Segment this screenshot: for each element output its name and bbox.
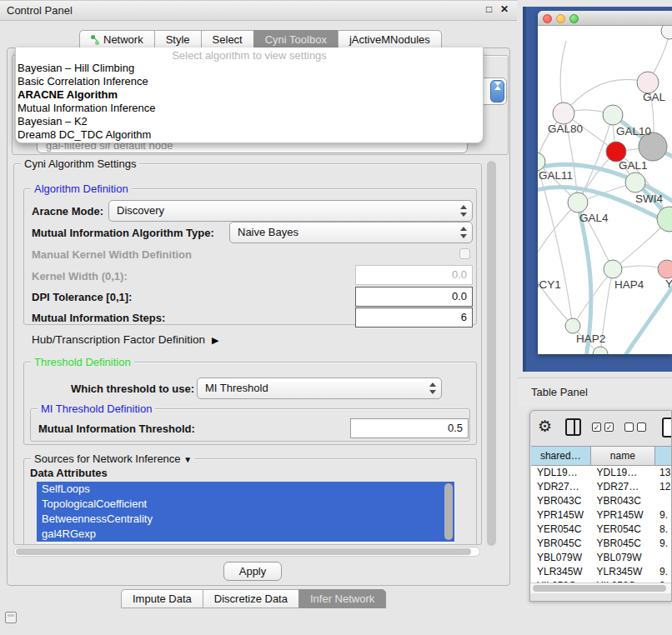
algorithm-option[interactable]: Dream8 DC_TDC Algorithm — [16, 128, 483, 142]
tab-jactivemnodules[interactable]: jActiveMNodules — [338, 30, 442, 49]
dpi-tolerance-label: DPI Tolerance [0,1]: — [32, 291, 132, 303]
unchecked-checkbox-icon[interactable] — [624, 422, 634, 432]
table-row[interactable]: YER054CYER054C8. — [531, 522, 672, 537]
algorithm-option[interactable]: Basic Correlation Inference — [16, 75, 483, 88]
which-threshold-combobox[interactable]: MI Threshold — [197, 378, 442, 399]
column-header[interactable]: name — [591, 446, 656, 466]
table-hscroll-thumb[interactable] — [533, 585, 666, 592]
bottom-tab-impute-data[interactable]: Impute Data — [121, 589, 203, 608]
mi-threshold-field[interactable]: 0.5 — [350, 418, 469, 438]
bottom-tab-infer-network[interactable]: Infer Network — [298, 589, 386, 608]
table-toolbar: ⚙ ✓ ✓ — [530, 411, 671, 446]
network-node[interactable] — [625, 172, 645, 192]
mi-type-combobox[interactable]: Naive Bayes — [229, 222, 473, 243]
checked-checkbox-icon[interactable]: ✓ — [604, 422, 614, 432]
algorithm-option[interactable]: Bayesian – K2 — [16, 115, 483, 128]
sources-group-title[interactable]: Sources for Network Inference ▼ — [31, 452, 195, 465]
network-graph[interactable]: GALGAL80GAL10GAL1GAL11SWI4GAL4GCY1HAP4YH… — [538, 26, 672, 354]
network-window-titlebar[interactable] — [538, 11, 672, 26]
kernel-width-field[interactable]: 0.0 — [355, 265, 473, 285]
hub-section-toggle[interactable]: Hub/Transcription Factor Definition▶ — [32, 333, 219, 346]
algorithm-option[interactable]: Bayesian – Hill Climbing — [16, 62, 483, 75]
table-row[interactable]: YBR045CYBR045C9. — [531, 537, 672, 551]
node-label: GAL4 — [579, 212, 609, 224]
network-node[interactable] — [604, 260, 622, 278]
network-edge[interactable] — [623, 284, 672, 354]
settings-horizontal-scrollbar[interactable] — [13, 547, 480, 557]
node-label: GCY1 — [538, 278, 561, 291]
table-row[interactable]: YLR345WYLR345W9. — [531, 565, 672, 579]
hscroll-thumb[interactable] — [16, 548, 471, 555]
bottom-tab-discretize-data[interactable]: Discretize Data — [203, 589, 298, 608]
network-node[interactable] — [593, 347, 608, 354]
network-canvas[interactable]: GALGAL80GAL10GAL1GAL11SWI4GAL4GCY1HAP4YH… — [538, 26, 672, 354]
table-header-row: shared…name — [531, 446, 672, 466]
network-node[interactable] — [603, 105, 623, 125]
control-panel-titlebar: Control Panel □ ✕ — [0, 0, 517, 21]
table-cell: YDL19… — [591, 466, 656, 480]
table-row[interactable]: YBL079WYBL079W — [531, 551, 672, 565]
table-cell: YBL079W — [531, 551, 591, 565]
sources-title-text: Sources for Network Inference — [34, 452, 181, 465]
minimize-traffic-light[interactable] — [556, 14, 565, 23]
table-panel-title: Table Panel — [531, 386, 588, 398]
mi-steps-label: Mutual Information Steps: — [32, 312, 165, 324]
document-icon[interactable] — [662, 418, 672, 438]
network-edge[interactable] — [538, 202, 578, 268]
dpi-tolerance-field[interactable]: 0.0 — [355, 287, 473, 307]
attribute-item[interactable]: SelfLoops — [37, 482, 454, 497]
network-node[interactable] — [658, 260, 672, 278]
network-edge[interactable] — [578, 202, 591, 354]
column-header[interactable]: shared… — [531, 446, 591, 466]
algorithm-option[interactable]: Mutual Information Inference — [16, 102, 483, 115]
network-edge[interactable] — [538, 268, 573, 326]
network-node[interactable] — [565, 318, 580, 333]
table-row[interactable]: YDL19…YDL19…13 — [531, 466, 672, 480]
gear-icon[interactable]: ⚙ — [538, 417, 552, 436]
unchecked-checkbox-icon[interactable] — [637, 422, 646, 432]
column-header[interactable] — [655, 446, 672, 466]
network-node[interactable] — [661, 26, 672, 39]
network-node[interactable] — [657, 207, 672, 232]
algorithm-combobox-fragment[interactable] — [482, 78, 507, 105]
float-panel-icon[interactable]: □ — [486, 3, 492, 15]
settings-vertical-scrollbar[interactable] — [487, 161, 496, 546]
tab-network[interactable]: Network — [79, 30, 154, 49]
apply-button[interactable]: Apply — [223, 562, 282, 581]
network-node[interactable] — [568, 192, 588, 212]
algorithm-option[interactable]: ARACNE Algorithm — [16, 88, 483, 102]
table-cell: 9. — [655, 508, 672, 522]
manual-kernel-checkbox[interactable] — [459, 248, 470, 259]
node-label: GAL1 — [619, 159, 648, 172]
attribute-list-scrollbar[interactable] — [444, 483, 453, 540]
close-panel-icon[interactable]: ✕ — [500, 3, 509, 15]
node-label: Y — [665, 278, 672, 290]
mi-steps-field[interactable]: 6 — [355, 308, 473, 328]
aracne-mode-combobox[interactable]: Discovery — [108, 200, 473, 222]
table-horizontal-scrollbar[interactable] — [530, 582, 671, 593]
tab-cyni-toolbox[interactable]: Cyni Toolbox — [253, 30, 338, 49]
attribute-item[interactable]: BetweennessCentrality — [37, 512, 454, 527]
table-cell: YBR043C — [591, 494, 656, 508]
columns-icon[interactable] — [565, 418, 581, 436]
table-cell: YER054C — [591, 522, 656, 537]
mi-threshold-label: Mutual Information Threshold: — [38, 422, 195, 435]
table-row[interactable]: YPR145WYPR145W9. — [531, 508, 672, 522]
tab-style[interactable]: Style — [154, 30, 201, 49]
algorithm-dropdown-list: Bayesian – Hill ClimbingBasic Correlatio… — [16, 62, 483, 142]
collapsed-panel-icon[interactable] — [5, 612, 17, 623]
network-node[interactable] — [553, 102, 574, 124]
checked-checkbox-icon[interactable]: ✓ — [592, 422, 601, 432]
attribute-item[interactable]: gal4RGexp — [37, 527, 454, 542]
close-traffic-light[interactable] — [543, 14, 552, 23]
node-label: GAL11 — [539, 169, 573, 182]
zoom-traffic-light[interactable] — [569, 14, 579, 23]
attribute-item[interactable]: TopologicalCoefficient — [37, 497, 454, 512]
algorithm-dropdown-placeholder: Select algorithm to view settings — [16, 48, 483, 62]
table-row[interactable]: YDR27…YDR27…12 — [531, 480, 672, 494]
combobox-arrow-button[interactable] — [490, 80, 504, 102]
tab-select[interactable]: Select — [201, 30, 253, 49]
aracne-mode-label: Aracne Mode: — [32, 205, 103, 218]
table-cell: YBR045C — [531, 537, 591, 551]
table-row[interactable]: YBR043CYBR043C — [531, 494, 672, 508]
